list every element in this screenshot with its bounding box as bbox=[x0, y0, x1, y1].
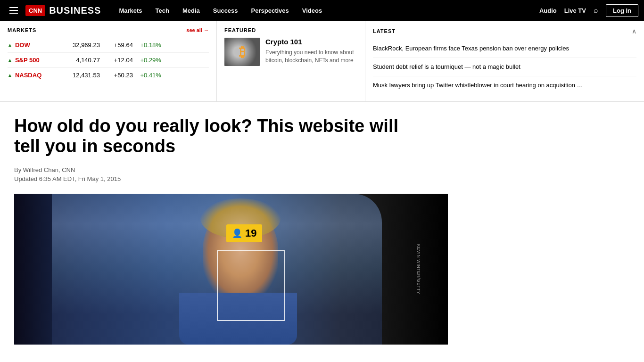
latest-header: LATEST ∧ bbox=[373, 27, 636, 35]
market-row-sp500: ▲ S&P 500 4,140.77 +12.04 +0.29% bbox=[8, 53, 209, 68]
nav-link-success[interactable]: Success bbox=[206, 0, 245, 21]
person-icon: 👤 bbox=[232, 228, 242, 239]
featured-article-title[interactable]: Crypto 101 bbox=[265, 38, 357, 46]
chevron-up-icon[interactable]: ∧ bbox=[632, 27, 636, 35]
article-date: Updated 6:35 AM EDT, Fri May 1, 2015 bbox=[14, 175, 457, 182]
cnn-logo[interactable]: CNN bbox=[25, 5, 45, 16]
sp500-pct: +0.29% bbox=[133, 57, 161, 64]
see-all-link[interactable]: see all → bbox=[186, 27, 209, 33]
login-button[interactable]: Log In bbox=[606, 4, 638, 17]
latest-item-0[interactable]: BlackRock, European firms face Texas pen… bbox=[373, 40, 636, 58]
age-tag: 👤 19 bbox=[226, 224, 262, 242]
face-detection-box bbox=[217, 250, 285, 321]
nav-audio-link[interactable]: Audio bbox=[539, 7, 557, 14]
hamburger-menu[interactable] bbox=[6, 3, 22, 17]
photo-credit: KEVIN WINTER/GETTY bbox=[417, 244, 421, 295]
latest-panel: LATEST ∧ BlackRock, European firms face … bbox=[365, 21, 644, 101]
nav-link-tech[interactable]: Tech bbox=[149, 0, 176, 21]
search-icon[interactable]: ⌕ bbox=[594, 6, 598, 15]
sp500-change: +12.04 bbox=[100, 57, 133, 64]
market-row-nasdaq: ▲ NASDAQ 12,431.53 +50.23 +0.41% bbox=[8, 68, 209, 82]
markets-header: MARKETS see all → bbox=[8, 27, 209, 33]
nav-link-markets[interactable]: Markets bbox=[112, 0, 149, 21]
featured-header: FEATURED bbox=[224, 27, 357, 33]
dow-pct: +0.18% bbox=[133, 41, 161, 49]
dow-change: +59.64 bbox=[100, 41, 133, 49]
featured-text: Crypto 101 Everything you need to know a… bbox=[265, 38, 357, 65]
featured-title-label: FEATURED bbox=[224, 27, 256, 33]
nav-link-media[interactable]: Media bbox=[176, 0, 206, 21]
dow-value: 32,969.23 bbox=[58, 41, 100, 49]
markets-title: MARKETS bbox=[8, 27, 36, 33]
bitcoin-icon: ₿ bbox=[239, 44, 246, 60]
latest-item-2[interactable]: Musk lawyers bring up Twitter whistleblo… bbox=[373, 76, 636, 94]
nasdaq-change: +50.23 bbox=[100, 72, 133, 79]
article-image-bg: 👤 19 KEVIN WINTER/GETTY bbox=[14, 194, 448, 345]
nasdaq-name[interactable]: NASDAQ bbox=[15, 72, 58, 79]
top-navigation: CNN BUSINESS Markets Tech Media Success … bbox=[0, 0, 644, 21]
sp500-arrow-icon: ▲ bbox=[8, 58, 12, 63]
markets-panel: MARKETS see all → ▲ DOW 32,969.23 +59.64… bbox=[0, 21, 217, 101]
nasdaq-value: 12,431.53 bbox=[58, 72, 100, 79]
ticker-bar: MARKETS see all → ▲ DOW 32,969.23 +59.64… bbox=[0, 21, 644, 102]
featured-item[interactable]: ₿ Crypto 101 Everything you need to know… bbox=[224, 38, 357, 66]
market-row-dow: ▲ DOW 32,969.23 +59.64 +0.18% bbox=[8, 38, 209, 53]
nav-link-videos[interactable]: Videos bbox=[296, 0, 329, 21]
business-logo[interactable]: BUSINESS bbox=[49, 5, 101, 16]
nav-link-perspectives[interactable]: Perspectives bbox=[245, 0, 296, 21]
nav-livetv-link[interactable]: Live TV bbox=[564, 7, 586, 14]
article-byline: By Wilfred Chan, CNN bbox=[14, 166, 457, 173]
latest-item-1[interactable]: Student debt relief is a tourniquet — no… bbox=[373, 58, 636, 76]
featured-panel: FEATURED ₿ Crypto 101 Everything you nee… bbox=[217, 21, 365, 101]
dow-arrow-icon: ▲ bbox=[8, 42, 12, 48]
nasdaq-arrow-icon: ▲ bbox=[8, 73, 12, 78]
sp500-value: 4,140.77 bbox=[58, 57, 100, 64]
latest-title-label: LATEST bbox=[373, 28, 396, 34]
article-image-container: 👤 19 KEVIN WINTER/GETTY bbox=[14, 194, 448, 345]
nasdaq-pct: +0.41% bbox=[133, 72, 161, 79]
dow-name[interactable]: DOW bbox=[15, 41, 58, 49]
featured-image-inner: ₿ bbox=[224, 38, 260, 66]
age-number: 19 bbox=[245, 227, 256, 239]
featured-article-desc: Everything you need to know about bitcoi… bbox=[265, 49, 357, 65]
featured-image: ₿ bbox=[224, 38, 260, 66]
nav-right: Audio Live TV ⌕ Log In bbox=[539, 4, 638, 17]
nav-links: Markets Tech Media Success Perspectives … bbox=[112, 0, 539, 21]
article-area: How old do you really look? This website… bbox=[0, 102, 471, 345]
article-headline: How old do you really look? This website… bbox=[14, 116, 424, 157]
sp500-name[interactable]: S&P 500 bbox=[15, 57, 58, 64]
